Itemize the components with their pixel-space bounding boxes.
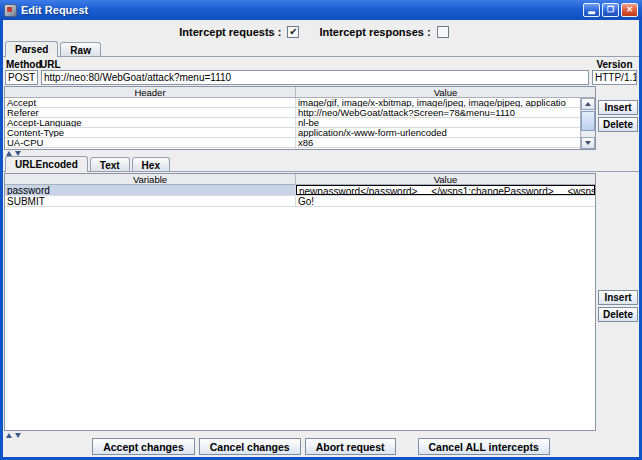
abort-request-button[interactable]: Abort request [305,438,396,455]
tab-parsed[interactable]: Parsed [5,41,58,57]
table-row[interactable]: password newpassword</password> </wsns1:… [5,185,595,196]
split-expand-up-icon[interactable] [6,151,12,156]
split-expand-up-icon[interactable] [6,433,12,438]
tab-raw[interactable]: Raw [60,42,101,57]
body-pane-border [3,171,639,172]
dialog-content: Intercept requests : ✔ Intercept respons… [3,20,639,457]
title-bar[interactable]: Edit Request ▂ ❒ ✕ [0,0,642,20]
edit-request-window: Edit Request ▂ ❒ ✕ Intercept requests : … [0,0,642,460]
header-name-cell[interactable]: Accept [5,98,296,107]
header-value-cell[interactable]: x86 [296,138,566,147]
table-row[interactable]: Accept image/gif, image/x-xbitmap, image… [5,98,595,108]
params-insert-button[interactable]: Insert [598,290,638,305]
headers-table-head: Header Value [5,87,595,98]
value-column-header[interactable]: Value [296,174,595,184]
headers-table: Header Value Accept image/gif, image/x-x… [4,86,596,150]
header-name-cell[interactable]: Accept-Language [5,118,296,127]
scroll-down-icon[interactable] [581,137,595,149]
tab-text[interactable]: Text [90,157,130,172]
cancel-changes-button[interactable]: Cancel changes [199,438,301,455]
close-icon[interactable]: ✕ [621,3,638,17]
split-expand-down-icon[interactable] [15,151,21,156]
app-icon [4,4,17,17]
method-label: Method [6,59,42,70]
header-value-cell[interactable]: image/gif, image/x-xbitmap, image/jpeg, … [296,98,566,107]
header-value-cell[interactable]: http://neo/WebGoat/attack?Screen=78&menu… [296,108,566,117]
request-tabstrip: Parsed Raw [5,41,103,57]
header-name-cell[interactable]: Referer [5,108,296,117]
table-row[interactable]: Accept-Language nl-be [5,118,595,128]
minimize-icon[interactable]: ▂ [583,3,600,17]
headers-scrollbar[interactable] [580,98,595,149]
header-column-header[interactable]: Header [5,87,296,97]
param-name-cell[interactable]: password [5,185,296,195]
params-delete-button[interactable]: Delete [598,307,638,322]
version-field[interactable]: HTTP/1.1 [592,70,637,85]
header-name-cell[interactable]: Content-Type [5,128,296,137]
tab-hex[interactable]: Hex [132,157,170,172]
footer-button-bar: Accept changes Cancel changes Abort requ… [3,438,639,455]
table-row[interactable]: Referer http://neo/WebGoat/attack?Screen… [5,108,595,118]
headers-delete-button[interactable]: Delete [598,117,638,132]
header-value-cell[interactable]: application/x-www-form-urlencoded [296,128,566,137]
header-value-cell[interactable]: nl-be [296,118,566,127]
url-field[interactable]: http://neo:80/WebGoat/attack?menu=1110 [41,70,589,85]
intercept-responses-label: Intercept responses : [319,26,430,38]
intercept-requests-label: Intercept requests : [179,26,281,38]
param-name-cell[interactable]: SUBMIT [5,196,296,206]
table-row[interactable]: SUBMIT Go! [5,196,595,207]
table-row[interactable]: UA-CPU x86 [5,138,595,148]
url-label: URL [40,59,61,70]
value-column-header[interactable]: Value [296,87,595,97]
params-table: Variable Value password newpassword</pas… [4,173,596,431]
param-value-cell[interactable]: Go! [296,196,595,206]
split-expand-down-icon[interactable] [15,433,21,438]
accept-changes-button[interactable]: Accept changes [92,438,195,455]
params-table-head: Variable Value [5,174,595,185]
maximize-icon[interactable]: ❒ [602,3,619,17]
tab-urlencoded[interactable]: URLEncoded [5,156,88,172]
body-tabstrip: URLEncoded Text Hex [5,156,172,172]
intercept-responses-checkbox[interactable] [437,26,449,38]
intercept-requests-checkbox[interactable]: ✔ [287,26,299,38]
table-row[interactable]: Content-Type application/x-www-form-urle… [5,128,595,138]
scrollbar-thumb[interactable] [581,111,595,131]
scroll-up-icon[interactable] [581,98,595,110]
variable-column-header[interactable]: Variable [5,174,296,184]
headers-insert-button[interactable]: Insert [598,100,638,115]
header-name-cell[interactable]: UA-CPU [5,138,296,147]
window-title: Edit Request [21,4,583,16]
cancel-all-intercepts-button[interactable]: Cancel ALL intercepts [418,438,550,455]
intercept-options-row: Intercept requests : ✔ Intercept respons… [3,24,639,40]
version-label: Version [592,59,637,70]
request-pane-border [3,56,639,57]
param-value-edit-cell[interactable]: newpassword</password> </wsns1:changePas… [296,185,595,195]
method-field[interactable]: POST [5,70,38,85]
